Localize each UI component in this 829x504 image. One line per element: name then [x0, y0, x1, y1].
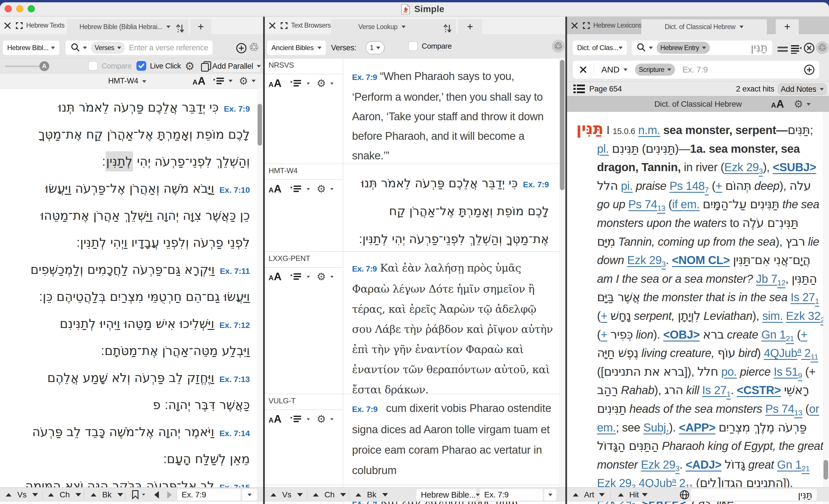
- font-size-icon[interactable]: AA: [268, 77, 282, 89]
- book-up-button[interactable]: [91, 488, 97, 502]
- context-icon[interactable]: [790, 45, 802, 54]
- article-down-button[interactable]: [599, 488, 605, 502]
- verse-text-line[interactable]: before Pharaoh, and it will become a: [343, 126, 559, 146]
- lexicon-entry-line[interactable]: הלל pi. praise Ps 1487 (+ תְּהוֹם deep),…: [576, 177, 829, 195]
- verse-reference[interactable]: Ex. 7:9: [352, 264, 377, 273]
- lexicon-entry-line[interactable]: em.; see Subj.). <APP> פַּרְעֹה מֶלֶךְ מ…: [576, 418, 829, 437]
- settings-caret[interactable]: [330, 188, 334, 190]
- tab-hebrew-bible[interactable]: Hebrew Bible (Biblia Hebrai...: [67, 19, 188, 34]
- hebrew-verse-line[interactable]: Ex. 7:12וַיַּשְׁלִיכוּ אִישׁ מַטֵּהוּ וַ…: [0, 310, 263, 337]
- segment-l[interactable]: em.: [597, 421, 616, 434]
- language-globe-icon[interactable]: [680, 488, 689, 502]
- leading-icon[interactable]: [213, 77, 225, 86]
- hebrew-verse-line[interactable]: וְהַשְׁלֵךְ לִפְנֵי־פַרְעֹה יְהִי לְתַנִ…: [0, 148, 263, 175]
- leading-icon[interactable]: [290, 79, 302, 88]
- segment-l[interactable]: 2: [801, 347, 811, 359]
- left-scrollbar-track[interactable]: [257, 88, 263, 504]
- verse-text-line[interactable]: אֶת־מַטְּךָ וְהַשְׁלֵךְ לִפְנֵי־פַרְעֹה …: [343, 225, 559, 253]
- segment-l[interactable]: Is 27: [791, 291, 815, 304]
- tab-dropdown-caret[interactable]: [167, 26, 170, 28]
- book-down-button[interactable]: [382, 488, 388, 502]
- segment-l[interactable]: +: [601, 310, 607, 322]
- verse-up-button[interactable]: [271, 488, 276, 502]
- live-click-checkbox[interactable]: [137, 61, 146, 71]
- verse-reference[interactable]: Ex. 7:9: [352, 405, 377, 414]
- font-size-icon[interactable]: AA: [268, 183, 282, 195]
- lexicon-entry-line[interactable]: נֶפֶשׁ חַיָּה living creature, עוֹף bird…: [576, 344, 829, 362]
- module-settings-gear-icon[interactable]: ⚙︎: [317, 272, 326, 282]
- history-back-button[interactable]: [154, 488, 159, 502]
- search-mode-caret[interactable]: [649, 47, 653, 49]
- segment-lsub[interactable]: 1: [815, 297, 819, 306]
- new-tab-button[interactable]: +: [776, 19, 799, 34]
- segment-l[interactable]: Ezk 29: [627, 254, 662, 266]
- segment-lb[interactable]: <ADJ>: [686, 458, 722, 471]
- hebrew-verse-line[interactable]: Ex. 7:10וַיָּבֹא מֹשֶׁה וְאַהֲרֹן אֶל־פַ…: [0, 175, 263, 202]
- hit-up-button[interactable]: [618, 488, 624, 502]
- scripture-range-input[interactable]: Ex. 7:9: [683, 65, 708, 75]
- lexicon-entry-line[interactable]: pl. תַּנִּינִם (תַּנִּינִים)—1a. sea mon…: [576, 140, 829, 158]
- segment-lsub[interactable]: 12: [777, 278, 785, 287]
- lexicon-entry-line[interactable]: הַתַּנִּים הַגָּדוֹל Pharaoh king of Egy…: [576, 437, 829, 455]
- module-name[interactable]: NRSVS: [268, 61, 294, 70]
- hebrew-verse-line[interactable]: וַיִּבְלַע מַטֵּה־אַהֲרֹן אֶת־מַטֹּתָם׃: [0, 337, 263, 364]
- segment-lsub[interactable]: 3: [675, 464, 679, 473]
- font-size-icon[interactable]: AA: [771, 98, 784, 110]
- expand-zone-icon[interactable]: [582, 22, 590, 30]
- leading-icon[interactable]: [290, 272, 302, 281]
- verse-reference[interactable]: Ex. 7:9: [523, 180, 549, 189]
- verse-text-line[interactable]: Ex. 7:9כִּי יְדַבֵּר אֲלֵכֶם פַּרְעֹה לֵ…: [343, 169, 559, 197]
- equals-search-icon[interactable]: [778, 47, 788, 52]
- hebrew-verse-line[interactable]: כַּאֲשֶׁר דִּבֶּר יְהוָה׃ פ: [0, 391, 263, 418]
- module-settings-gear-icon[interactable]: ⚙︎: [317, 184, 326, 194]
- module-name[interactable]: VULG-T: [268, 396, 296, 405]
- bookmark-caret[interactable]: [142, 488, 146, 502]
- table-of-contents-icon[interactable]: [573, 84, 585, 93]
- live-click-checkbox-row[interactable]: Live Click: [137, 61, 181, 71]
- lexicon-entry-line[interactable]: רַהַב Rahab), הרג kill Is 271. <CSTR> רָ…: [576, 381, 829, 399]
- verse-reference[interactable]: Ex. 7:12: [219, 321, 250, 330]
- lexicon-entry-line[interactable]: monster Ezk 293. <ADJ> גָּדוֹל great Gn …: [576, 455, 829, 474]
- segment-lsub[interactable]: 13: [657, 204, 665, 212]
- segment-l[interactable]: pi.: [621, 180, 633, 192]
- search-icon[interactable]: [636, 43, 647, 53]
- hebrew-verse-line[interactable]: לִפְנֵי פַרְעֹה וְלִפְנֵי עֲבָדָיו וַיְה…: [0, 229, 263, 256]
- module-settings-gear-icon[interactable]: ⚙︎: [317, 414, 326, 424]
- hebrew-verse-line[interactable]: לָכֶם מוֹפֵת וְאָמַרְתָּ אֶל־אַהֲרֹן קַח…: [0, 121, 263, 148]
- module-name[interactable]: HMT-W4: [268, 166, 298, 175]
- segment-lsup[interactable]: a: [672, 476, 676, 485]
- compare-checkbox[interactable]: [408, 41, 418, 51]
- reference-history-dropdown[interactable]: [242, 489, 257, 501]
- tab-dropdown-caret[interactable]: [402, 26, 405, 28]
- segment-lsub[interactable]: 9: [798, 372, 802, 380]
- leading-caret[interactable]: [228, 80, 232, 82]
- verse-text-line[interactable]: proice eam coram Pharao ac vertatur in: [343, 440, 559, 460]
- lexicon-entry-line[interactable]: ([ברא את התנינים]), חלל po. pierce Is 51…: [576, 362, 829, 381]
- font-size-icon[interactable]: AA: [192, 75, 206, 87]
- segment-l[interactable]: Ps 148: [670, 180, 705, 192]
- article-up-button[interactable]: [573, 488, 579, 502]
- verse-down-button[interactable]: [297, 488, 303, 502]
- segment-l[interactable]: +: [801, 328, 807, 341]
- tab-dict-classical-hebrew[interactable]: Dict. of Classical Hebrew: [641, 19, 767, 34]
- right-scrollbar-track[interactable]: [823, 112, 829, 504]
- segment-l[interactable]: Ezk 32: [786, 310, 821, 322]
- segment-lsub[interactable]: 7: [705, 186, 709, 194]
- clear-search-icon[interactable]: [804, 43, 815, 53]
- title-bar[interactable]: Simple: [0, 2, 829, 16]
- add-notes-button[interactable]: Add Notes: [778, 83, 826, 95]
- close-zone-icon[interactable]: [4, 22, 11, 29]
- entry-lookup-field[interactable]: תַּנִּין: [691, 489, 817, 501]
- new-tab-button[interactable]: +: [190, 19, 211, 34]
- lexicon-entry-line[interactable]: אֲשֶׁר בַּיָּם the monster that is in th…: [576, 288, 829, 307]
- verse-text-line[interactable]: Ex. 7:9 Καὶ ἐὰν λαλήσῃ πρὸς ὑμᾶς: [343, 258, 559, 279]
- boolean-operator-select[interactable]: AND: [601, 65, 619, 75]
- chapter-down-button[interactable]: [340, 488, 346, 502]
- module-settings-gear-icon[interactable]: ⚙︎: [317, 78, 326, 89]
- hit-down-button[interactable]: [642, 488, 648, 502]
- expand-zone-icon[interactable]: [280, 22, 288, 30]
- add-criteria-icon[interactable]: [804, 65, 815, 75]
- hebrew-verse-line[interactable]: Ex. 7:9כִּי יְדַבֵּר אֲלֵכֶם פַּרְעֹה לֵ…: [0, 94, 263, 121]
- lexicon-entry-line[interactable]: מִיָּם Tannin, coming up from the sea), …: [576, 232, 829, 251]
- search-field-pill[interactable]: Hebrew Entry: [657, 42, 710, 54]
